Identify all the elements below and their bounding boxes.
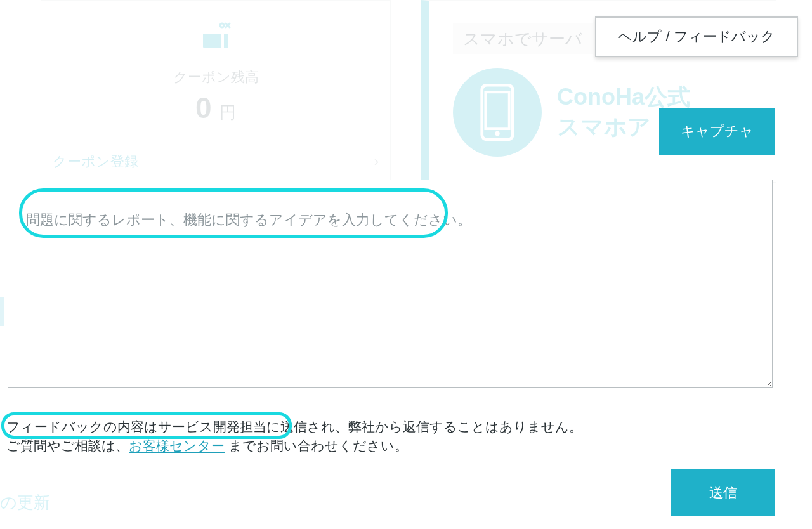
coupon-balance-label: クーポン残高 — [41, 68, 390, 87]
smartphone-icon — [453, 68, 542, 157]
customer-center-link[interactable]: お客様センター — [129, 438, 225, 453]
help-feedback-dropdown[interactable]: ヘルプ / フィードバック — [595, 16, 798, 57]
svg-rect-4 — [485, 92, 509, 129]
promo-tab-label: スマホでサーバ — [463, 28, 582, 50]
svg-point-5 — [495, 131, 499, 136]
disclaimer-line1: フィードバックの内容はサービス開発担当に送信され、弊社から返信することはありませ… — [6, 417, 582, 436]
sidebar-indicator — [0, 297, 4, 326]
promo-tab[interactable]: スマホでサーバ — [453, 23, 593, 54]
disclaimer-suffix: までお問い合わせください。 — [225, 438, 408, 453]
capture-button[interactable]: キャプチャ — [659, 108, 775, 155]
chevron-right-icon: › — [374, 153, 379, 170]
disclaimer-line2: ご質問やご相談は、お客様センター までお問い合わせください。 — [6, 436, 582, 455]
coupon-register-link[interactable]: クーポン登録 › — [49, 148, 383, 176]
submit-button[interactable]: 送信 — [671, 469, 775, 516]
svg-point-0 — [220, 23, 224, 27]
coupon-balance-amount: 0 円 — [41, 91, 390, 125]
feedback-textarea[interactable] — [8, 180, 773, 388]
help-feedback-label: ヘルプ / フィードバック — [618, 27, 775, 46]
coupon-amount-unit: 円 — [219, 103, 236, 122]
coupon-ticket-icon — [200, 20, 231, 50]
feedback-disclaimer: フィードバックの内容はサービス開発担当に送信され、弊社から返信することはありませ… — [6, 417, 582, 456]
svg-rect-1 — [203, 34, 228, 48]
disclaimer-prefix: ご質問やご相談は、 — [6, 438, 129, 453]
coupon-amount-value: 0 — [195, 91, 212, 124]
coupon-card: クーポン残高 0 円 クーポン登録 › — [41, 0, 391, 183]
coupon-register-label: クーポン登録 — [53, 152, 138, 171]
update-text: の更新 — [0, 492, 50, 514]
svg-rect-2 — [221, 34, 224, 48]
